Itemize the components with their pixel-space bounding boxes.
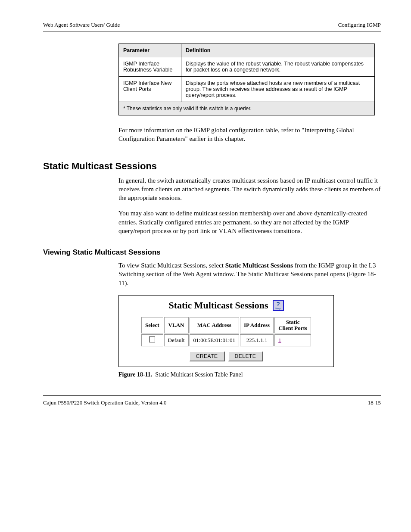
col-ip: IP Address bbox=[240, 317, 274, 334]
paragraph: To view Static Multicast Sessions, selec… bbox=[118, 261, 381, 287]
def-cell: Displays the ports whose attached hosts … bbox=[181, 77, 374, 102]
table-footnote: * These statistics are only valid if thi… bbox=[119, 102, 375, 115]
static-multicast-panel: Static Multicast Sessions ? Help Select … bbox=[118, 295, 334, 367]
sessions-table: Select VLAN MAC Address IP Address Stati… bbox=[140, 316, 312, 348]
page-footer: Cajun P550/P220 Switch Operation Guide, … bbox=[43, 399, 381, 406]
text-run: To view Static Multicast Sessions, selec… bbox=[118, 262, 225, 269]
vlan-cell: Default bbox=[164, 334, 189, 346]
header-left: Web Agent Software Users' Guide bbox=[43, 22, 120, 28]
param-cell: IGMP Interface New Client Ports bbox=[119, 77, 181, 102]
paragraph: You may also want to define multicast se… bbox=[118, 209, 381, 235]
delete-button[interactable]: DELETE bbox=[228, 352, 263, 361]
def-col-header: Definition bbox=[181, 44, 374, 57]
text-bold: Static Multicast Sessions bbox=[225, 262, 293, 269]
help-icon-label: Help bbox=[275, 307, 280, 310]
static-client-ports-link[interactable]: 1 bbox=[278, 337, 307, 344]
header-right: Configuring IGMP bbox=[338, 22, 381, 28]
param-cell: IGMP Interface Robustness Variable bbox=[119, 57, 181, 77]
col-vlan: VLAN bbox=[164, 317, 189, 334]
help-icon-glyph: ? bbox=[276, 301, 280, 307]
col-mac: MAC Address bbox=[190, 317, 240, 334]
header-rule bbox=[43, 31, 381, 31]
select-checkbox[interactable] bbox=[149, 336, 155, 342]
panel-title: Static Multicast Sessions bbox=[169, 300, 268, 311]
help-icon[interactable]: ? Help bbox=[273, 300, 284, 311]
col-ports: StaticClient Ports bbox=[274, 317, 311, 334]
section-heading: Static Multicast Sessions bbox=[43, 161, 381, 172]
paragraph: For more information on the IGMP global … bbox=[118, 126, 381, 143]
footer-left: Cajun P550/P220 Switch Operation Guide, … bbox=[43, 399, 166, 406]
mac-cell: 01:00:5E:01:01:01 bbox=[190, 334, 240, 346]
session-row: Default 01:00:5E:01:01:01 225.1.1.1 1 bbox=[141, 334, 311, 346]
ports-cell: 1 bbox=[274, 334, 311, 346]
footer-rule bbox=[43, 395, 381, 396]
subsection-heading: Viewing Static Multicast Sessions bbox=[43, 248, 381, 257]
page-header: Web Agent Software Users' Guide Configur… bbox=[43, 22, 381, 28]
create-button[interactable]: CREATE bbox=[190, 352, 225, 361]
table-row: IGMP Interface Robustness Variable Displ… bbox=[119, 57, 375, 77]
table-footnote-row: * These statistics are only valid if thi… bbox=[119, 102, 375, 115]
figure-caption: Figure 18-11. Static Multicast Session T… bbox=[118, 371, 381, 378]
col-select: Select bbox=[141, 317, 163, 334]
def-cell: Displays the value of the robust variabl… bbox=[181, 57, 374, 77]
select-cell bbox=[141, 334, 163, 346]
parameter-table: Parameter Definition IGMP Interface Robu… bbox=[118, 44, 375, 115]
ip-cell: 225.1.1.1 bbox=[240, 334, 274, 346]
footer-right: 18-15 bbox=[368, 399, 381, 406]
param-col-header: Parameter bbox=[119, 44, 181, 57]
paragraph: In general, the switch automatically cre… bbox=[118, 176, 381, 202]
table-row: IGMP Interface New Client Ports Displays… bbox=[119, 77, 375, 102]
